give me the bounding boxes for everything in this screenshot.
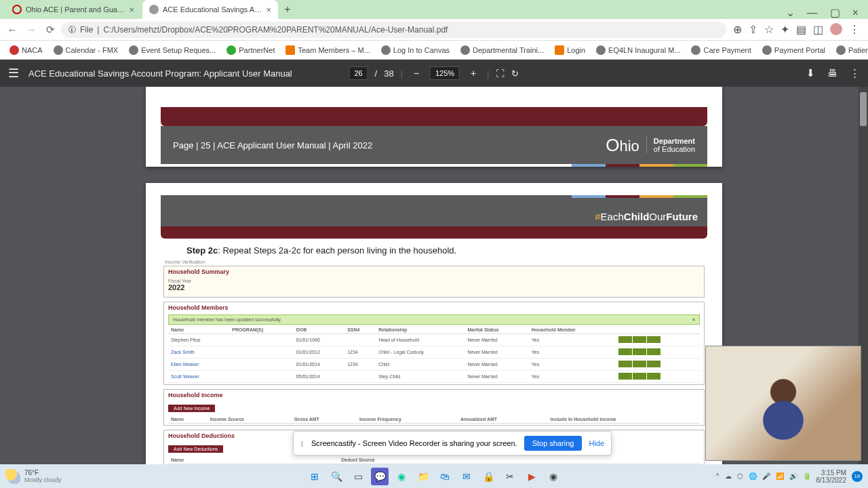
zoom-level[interactable]: 125% — [430, 66, 460, 80]
share-icon[interactable]: ⇪ — [749, 23, 757, 36]
taskbar-apps: ⊞ 🔍 ▭ 💬 ◉ 📁 🛍 ✉ 🔒 ✂ ▶ ◉ — [306, 468, 562, 485]
task-view-button[interactable]: ▭ — [349, 468, 367, 485]
search-button[interactable]: 🔍 — [328, 468, 345, 485]
minimize-icon[interactable]: — — [807, 7, 818, 19]
zoom-icon[interactable]: ⊕ — [733, 23, 742, 36]
star-icon[interactable]: ☆ — [764, 23, 774, 36]
extensions-icon[interactable]: ✦ — [781, 23, 789, 36]
bookmark-eq4ln[interactable]: EQ4LN Inaugural M... — [592, 44, 684, 56]
pdf-more-icon[interactable]: ⋮ — [850, 67, 860, 79]
weather-temp: 76°F — [24, 469, 62, 476]
bookmark-patients[interactable]: Patient Payments — [832, 44, 868, 56]
app-icon[interactable]: 🔒 — [479, 468, 497, 485]
window-controls: ⌄ — ▢ × — [786, 6, 868, 19]
zoom-in-button[interactable]: + — [467, 66, 480, 80]
close-icon[interactable]: × — [129, 5, 134, 15]
stop-sharing-button[interactable]: Stop sharing — [524, 436, 583, 451]
favicon — [12, 5, 22, 14]
drag-handle-icon[interactable]: ⫿ — [300, 439, 304, 447]
url-text: C:/Users/mehzt/Dropbox/ACE%20PROGRAM%20P… — [103, 25, 448, 35]
store-icon[interactable]: 🛍 — [436, 468, 454, 485]
clock[interactable]: 3:15 PM8/13/2022 — [816, 469, 847, 484]
new-tab-button[interactable]: + — [279, 0, 296, 19]
pdf-menu-icon[interactable]: ☰ — [8, 66, 19, 81]
pdf-page-26: #EachChildOurFuture Step 2c: Repeat Step… — [146, 183, 722, 464]
file-icon: 🛈 — [68, 25, 76, 35]
snip-icon[interactable]: ✂ — [501, 468, 519, 485]
bookmark-dept[interactable]: Departmental Traini... — [456, 44, 548, 56]
titlebar: Ohio ACE | Parent and Guardian × ACE Edu… — [0, 0, 868, 19]
add-deduction-button[interactable]: Add New Deductions — [168, 445, 223, 453]
webcam-overlay[interactable] — [705, 346, 861, 461]
table-row: Ellen Weaver01/01/20141234ChildNever Mar… — [168, 359, 700, 371]
tray-icon[interactable]: ⬡ — [737, 472, 743, 480]
dismiss-icon[interactable]: × — [692, 317, 695, 322]
bookmark-canvas[interactable]: Log In to Canvas — [377, 44, 454, 56]
mail-icon[interactable]: ✉ — [458, 468, 475, 485]
members-table: NamePROGRAM(S)DOBSSN4RelationshipMarital… — [168, 326, 700, 383]
profile-icon[interactable] — [830, 23, 842, 35]
fiscal-year-value: 2022 — [168, 283, 700, 291]
page-total: 38 — [384, 68, 393, 79]
wifi-icon[interactable]: 📶 — [776, 472, 784, 480]
print-icon[interactable]: 🖶 — [827, 67, 837, 79]
hide-share-button[interactable]: Hide — [589, 439, 604, 447]
forward-button[interactable]: → — [23, 22, 39, 38]
scroll-thumb[interactable] — [860, 92, 867, 126]
bookmark-care[interactable]: Care Payment — [687, 44, 755, 56]
omnibox[interactable]: 🛈 File | C:/Users/mehzt/Dropbox/ACE%20PR… — [61, 22, 726, 38]
powerpoint-icon[interactable]: ▶ — [523, 468, 540, 485]
battery-icon[interactable]: 🔋 — [803, 472, 811, 480]
tray-chevron-icon[interactable]: ^ — [716, 472, 719, 480]
page-footer-text: Page | 25 | ACE Applicant User Manual | … — [173, 140, 372, 150]
back-button[interactable]: ← — [4, 22, 20, 38]
bookmark-partnernet[interactable]: PartnerNet — [222, 44, 279, 56]
box-header: Household Summary — [164, 266, 704, 277]
explorer-icon[interactable]: 📁 — [414, 468, 432, 485]
start-button[interactable]: ⊞ — [306, 468, 323, 485]
edge-icon[interactable]: ◉ — [393, 468, 410, 485]
rotate-icon[interactable]: ↻ — [511, 68, 519, 79]
tab-ohio-ace[interactable]: Ohio ACE | Parent and Guardian × — [5, 0, 141, 19]
add-income-button[interactable]: Add New Income — [168, 405, 215, 412]
step-instruction: Step 2c: Repeat Steps 2a-2c for each per… — [146, 239, 722, 260]
close-window-icon[interactable]: × — [852, 7, 859, 19]
toolbar-icons: ⊕ ⇪ ☆ ✦ ▤ ◫ ⋮ — [729, 23, 864, 36]
weather-cond: Mostly cloudy — [24, 476, 62, 483]
bookmark-portal[interactable]: Payment Portal — [758, 44, 829, 56]
bookmark-naca[interactable]: NACA — [5, 44, 47, 56]
download-icon[interactable]: ⬇ — [806, 67, 815, 79]
share-message: Screencastify - Screen Video Recorder is… — [311, 439, 517, 447]
sidepanel-icon[interactable]: ◫ — [813, 23, 823, 36]
onedrive-icon[interactable]: ☁ — [725, 472, 732, 480]
reload-button[interactable]: ⟳ — [42, 22, 58, 38]
close-icon[interactable]: × — [266, 5, 271, 15]
bookmark-team[interactable]: Team Members – M... — [281, 44, 374, 56]
bookmark-calendar[interactable]: Calendar - FMX — [50, 44, 123, 56]
bookmarks-bar: NACA Calendar - FMX Event Setup Reques..… — [0, 41, 868, 60]
address-bar: ← → ⟳ 🛈 File | C:/Users/mehzt/Dropbox/AC… — [0, 19, 868, 41]
volume-icon[interactable]: 🔊 — [789, 472, 797, 480]
tab-title: ACE Educational Savings Accoun — [163, 5, 262, 14]
mic-icon[interactable]: 🎤 — [762, 472, 770, 480]
fit-page-icon[interactable]: ⛶ — [496, 68, 505, 79]
teams-icon[interactable]: 💬 — [371, 468, 389, 485]
menu-icon[interactable]: ⋮ — [849, 23, 860, 36]
bookmark-event[interactable]: Event Setup Reques... — [125, 44, 220, 56]
language-icon[interactable]: 🌐 — [749, 472, 757, 480]
bookmark-login[interactable]: Login — [551, 44, 589, 56]
weather-widget[interactable]: 76°FMostly cloudy — [5, 469, 62, 484]
chrome-icon[interactable]: ◉ — [545, 468, 562, 485]
reading-list-icon[interactable]: ▤ — [796, 23, 806, 36]
zoom-out-button[interactable]: − — [410, 66, 423, 80]
chevron-down-icon[interactable]: ⌄ — [786, 6, 795, 19]
tab-ace-savings[interactable]: ACE Educational Savings Accoun × — [142, 0, 278, 19]
url-scheme: File — [80, 25, 93, 35]
maximize-icon[interactable]: ▢ — [830, 6, 840, 19]
screen-share-bar: ⫿ Screencastify - Screen Video Recorder … — [293, 431, 612, 455]
page-input[interactable] — [349, 66, 368, 80]
pdf-title: ACE Educational Savings Account Program:… — [28, 68, 292, 79]
notifications-icon[interactable]: 16 — [852, 471, 863, 482]
table-row: Scott Weaver05/01/2014Step ChildNever Ma… — [168, 371, 700, 383]
box-header: Household Income — [164, 390, 704, 401]
